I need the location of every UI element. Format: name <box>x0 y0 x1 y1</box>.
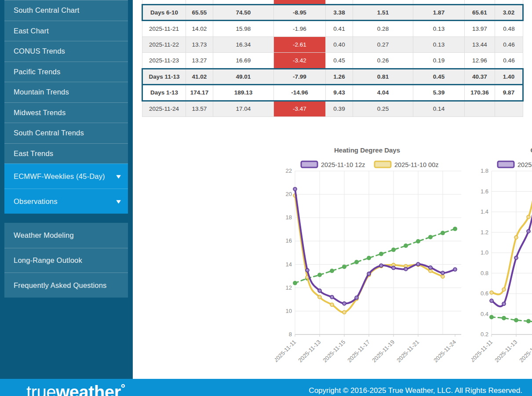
legend-swatch <box>498 161 514 167</box>
series-marker <box>441 275 445 278</box>
y-tick-label: 1.8 <box>481 167 488 174</box>
series-marker <box>416 239 420 243</box>
series-marker <box>317 272 322 277</box>
sidebar-item-east-chart[interactable]: East Chart <box>4 21 128 41</box>
table-cell: 12.96 <box>465 53 495 69</box>
table-cell: 65.55 <box>186 4 213 21</box>
sidebar-item-pacific-trends[interactable]: Pacific Trends <box>4 62 128 82</box>
table-cell: 9.43 <box>326 85 353 101</box>
series-marker <box>330 303 334 306</box>
series-marker <box>428 235 433 239</box>
series-marker <box>293 281 297 285</box>
table-cell: 0.14 <box>413 101 465 117</box>
x-tick-label: 2025-11-21 <box>395 339 420 364</box>
row-label: 2025-11-24 <box>142 101 186 117</box>
y-tick-label: 14 <box>286 261 292 268</box>
table-cell: -3.47 <box>274 101 326 117</box>
table-cell: 0.41 <box>326 21 353 37</box>
table-cell: -8.95 <box>274 4 326 21</box>
table-cell: 13.97 <box>465 21 495 37</box>
chevron-down-icon: ▼ <box>115 173 123 180</box>
table-cell: 65.61 <box>465 4 495 21</box>
logo-text-weather: weather <box>56 382 121 396</box>
sidebar-item-conus-trends[interactable]: CONUS Trends <box>4 41 128 62</box>
table-cell: 170.36 <box>465 85 495 101</box>
series-marker <box>318 289 321 292</box>
row-label: Days 6-10 <box>142 4 186 21</box>
sidebar-item-long-range-outlook[interactable]: Long-Range Outlook <box>4 248 128 273</box>
table-cell <box>186 0 213 4</box>
row-label: 2025-11-21 <box>142 21 186 37</box>
table-cell: 0.27 <box>353 36 413 53</box>
table-row-days-1-13: Days 1-13174.17189.13-14.969.434.045.391… <box>142 85 523 101</box>
series-marker <box>391 247 396 252</box>
series-marker <box>490 291 493 294</box>
sidebar: South Central ChartEast ChartCONUS Trend… <box>0 0 133 379</box>
y-tick-label: 22 <box>286 167 292 174</box>
x-tick-label: 2025-11-11 <box>275 339 297 363</box>
degree-days-table: Days 6-1065.5574.50-8.953.381.511.8765.6… <box>142 0 524 117</box>
sidebar-item-label: East Chart <box>14 27 49 35</box>
series-line-normal <box>492 317 532 329</box>
trueweather-logo[interactable]: trueweather° <box>26 382 125 396</box>
sidebar-item-south-central-trends[interactable]: South Central Trends <box>4 123 128 143</box>
table-cell: 1.87 <box>413 4 465 21</box>
series-marker <box>318 295 321 299</box>
sidebar-item-observations[interactable]: Observations▼ <box>4 189 128 214</box>
table-cell: 1.26 <box>326 69 353 85</box>
table-cell <box>495 0 523 4</box>
table-row-partial <box>142 0 523 4</box>
table-cell: 13.73 <box>186 36 213 53</box>
sidebar-item-south-central-chart[interactable]: South Central Chart <box>4 0 128 21</box>
table-cell: 0.25 <box>353 101 413 117</box>
sidebar-item-weather-modeling[interactable]: Weather Modeling <box>4 223 128 248</box>
table-cell: -3.42 <box>274 53 326 69</box>
table-row-days-6-10: Days 6-1065.5574.50-8.953.381.511.8765.6… <box>142 4 523 21</box>
series-marker <box>429 266 432 269</box>
table-cell: 13.27 <box>186 53 213 69</box>
sidebar-item-ecmwf-weeklies-45-day[interactable]: ECMWF-Weeklies (45-Day)▼ <box>4 163 128 189</box>
table-cell: -2.61 <box>274 36 326 53</box>
series-marker <box>342 265 346 269</box>
legend-label: 2025-11-10 00z <box>394 161 439 168</box>
series-marker <box>343 302 346 305</box>
series-marker <box>429 269 432 272</box>
series-marker <box>514 236 518 239</box>
series-marker <box>527 215 530 219</box>
cooling-degree-days-chart-container: Cooling Degree Days2025-11-10 12z2025-11… <box>471 145 532 367</box>
sidebar-item-midwest-trends[interactable]: Midwest Trends <box>4 102 128 123</box>
series-marker <box>526 319 531 323</box>
table-cell: 0.81 <box>353 69 413 85</box>
cooling-degree-days-chart: Cooling Degree Days2025-11-10 12z2025-11… <box>471 145 532 365</box>
y-tick-label: 1.4 <box>481 208 488 215</box>
sidebar-item-label: Pacific Trends <box>14 68 60 76</box>
row-label: Days 1-13 <box>142 85 186 101</box>
sidebar-item-east-trends[interactable]: East Trends <box>4 143 128 164</box>
table-cell: 0.45 <box>413 69 465 85</box>
table-cell: 0.46 <box>495 53 523 69</box>
series-marker <box>514 318 518 322</box>
sidebar-item-label: Long-Range Outlook <box>14 256 82 265</box>
y-tick-label: 1.0 <box>481 249 488 256</box>
x-tick-label: 2025-11-11 <box>471 339 494 363</box>
degree-icon: ° <box>121 381 125 395</box>
sidebar-item-label: Midwest Trends <box>14 109 66 117</box>
sidebar-item-frequently-asked-questions[interactable]: Frequently Asked Questions <box>4 272 128 298</box>
table-cell: 13.44 <box>465 36 495 53</box>
table-row-2025-11-22: 2025-11-2213.7316.34-2.610.400.270.1313.… <box>142 36 523 53</box>
table-cell: 16.34 <box>213 36 274 53</box>
series-marker <box>416 262 420 266</box>
series-marker <box>453 268 457 271</box>
table-cell: -7.99 <box>274 69 326 85</box>
logo-text-true: true <box>26 382 56 396</box>
series-line-2025-11-10-12z <box>295 189 455 303</box>
series-marker <box>404 243 408 248</box>
table-cell: 0.48 <box>495 21 523 37</box>
sidebar-item-label: Frequently Asked Questions <box>14 281 107 290</box>
table-cell: 174.17 <box>186 85 213 101</box>
table-cell: 3.38 <box>326 4 353 21</box>
table-cell: 13.57 <box>186 101 213 117</box>
y-tick-label: 18 <box>286 214 292 221</box>
sidebar-item-mountain-trends[interactable]: Mountain Trends <box>4 82 128 102</box>
footer: trueweather° Copyright © 2016-2025 True … <box>0 379 532 396</box>
